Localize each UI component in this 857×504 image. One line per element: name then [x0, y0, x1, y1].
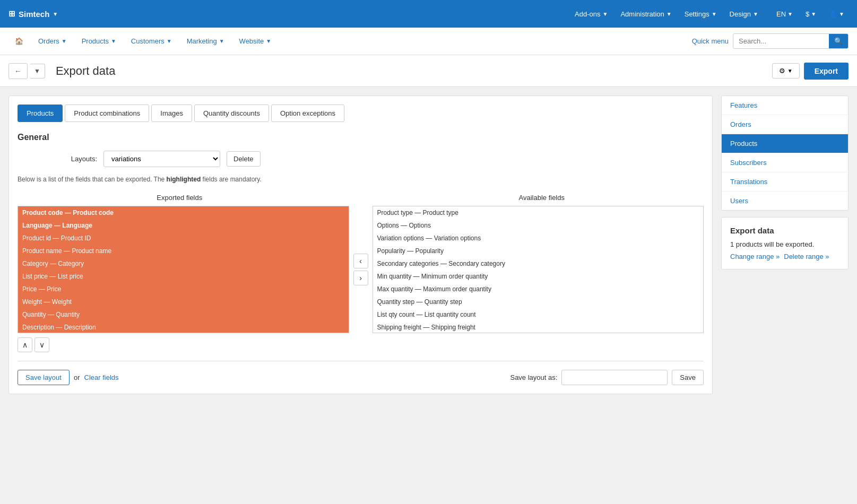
list-item[interactable]: Shipping freight — Shipping freight [373, 321, 704, 333]
marketing-nav[interactable]: Marketing ▼ [180, 34, 231, 48]
addons-menu[interactable]: Add-ons ▼ [569, 7, 613, 21]
layouts-row: Layouts: variationsdefaultfull Delete [18, 151, 704, 167]
save-row: Save layout or Clear fields Save layout … [18, 361, 704, 385]
orders-nav[interactable]: Orders ▼ [32, 34, 73, 48]
orders-caret: ▼ [62, 38, 67, 44]
export-count-text: 1 products will be exported. [730, 240, 839, 248]
general-section-title: General [18, 133, 704, 142]
list-item[interactable]: Options — Options [373, 219, 704, 232]
back-dropdown-button[interactable]: ▼ [30, 64, 45, 79]
list-item[interactable]: Product code — Product code [18, 206, 349, 219]
move-right-button[interactable]: › [353, 271, 368, 285]
fields-container: Product code — Product code Language — L… [18, 206, 704, 333]
delete-button[interactable]: Delete [227, 151, 261, 167]
sidebar-item-features[interactable]: Features [722, 96, 848, 115]
list-item[interactable]: Product name — Product name [18, 245, 349, 257]
exported-fields-label: Exported fields [18, 194, 342, 202]
tab-products[interactable]: Products [18, 105, 63, 122]
quick-menu-link[interactable]: Quick menu [692, 37, 729, 45]
products-nav[interactable]: Products ▼ [75, 34, 123, 48]
list-item[interactable]: Weight — Weight [18, 296, 349, 308]
design-caret: ▼ [753, 11, 758, 17]
sidebar-item-subscribers[interactable]: Subscribers [722, 153, 848, 172]
settings-caret: ▼ [712, 11, 717, 17]
list-item[interactable]: Max quantity — Maximum order quantity [373, 283, 704, 296]
tab-images[interactable]: Images [151, 105, 192, 122]
list-item[interactable]: Quantity step — Quantity step [373, 296, 704, 308]
list-item[interactable]: Price — Price [18, 283, 349, 296]
search-box: 🔍 [733, 33, 849, 49]
page-header-left: ← ▼ Export data [8, 63, 115, 79]
back-button[interactable]: ← [8, 63, 28, 79]
brand[interactable]: ⊞ Simtech ▼ [8, 9, 58, 19]
products-caret: ▼ [111, 38, 116, 44]
administration-menu[interactable]: Administration ▼ [615, 7, 677, 21]
save-layout-as-input[interactable] [561, 370, 668, 385]
available-fields-list[interactable]: Product type — Product type Options — Op… [373, 206, 704, 333]
change-range-link[interactable]: Change range » [730, 253, 780, 260]
second-nav-bar: 🏠 Orders ▼ Products ▼ Customers ▼ Market… [0, 28, 857, 55]
main-content: Products Product combinations Images Qua… [0, 87, 857, 403]
sidebar-item-users[interactable]: Users [722, 192, 848, 210]
move-down-button[interactable]: ∨ [34, 337, 49, 352]
info-text: Below is a list of the fields that can b… [18, 176, 704, 183]
gear-button[interactable]: ⚙ ▼ [772, 63, 800, 79]
move-left-button[interactable]: ‹ [353, 254, 368, 268]
page-title: Export data [56, 64, 116, 78]
list-item[interactable]: Quantity — Quantity [18, 308, 349, 321]
list-item[interactable]: Popularity — Popularity [373, 245, 704, 257]
layouts-label: Layouts: [60, 155, 97, 163]
grid-icon: ⊞ [8, 9, 15, 19]
list-item[interactable]: List price — List price [18, 270, 349, 283]
tab-quantity-discounts[interactable]: Quantity discounts [194, 105, 269, 122]
list-item[interactable]: Product type — Product type [373, 206, 704, 219]
export-button[interactable]: Export [804, 63, 849, 80]
left-panel: Products Product combinations Images Qua… [8, 95, 713, 394]
list-item[interactable]: Description — Description [18, 321, 349, 333]
gear-icon: ⚙ [779, 67, 785, 75]
tab-option-exceptions[interactable]: Option exceptions [271, 105, 344, 122]
design-menu[interactable]: Design ▼ [724, 7, 764, 21]
tab-product-combinations[interactable]: Product combinations [65, 105, 149, 122]
save-layout-button[interactable]: Save layout [18, 370, 70, 385]
admin-caret: ▼ [666, 11, 672, 17]
page-header: ← ▼ Export data ⚙ ▼ Export [0, 55, 857, 87]
save-layout-as: Save layout as: Save [510, 370, 704, 385]
list-item[interactable]: Secondary categories — Secondary categor… [373, 257, 704, 270]
language-selector[interactable]: EN ▼ [772, 8, 797, 20]
top-bar-right: EN ▼ $ ▼ 👤 ▼ [772, 8, 849, 20]
sidebar-nav: Features Orders Products Subscribers Tra… [721, 95, 849, 211]
list-item[interactable]: Product id — Product ID [18, 232, 349, 245]
list-item[interactable]: Language — Language [18, 219, 349, 232]
clear-fields-button[interactable]: Clear fields [84, 373, 119, 381]
list-item[interactable]: Variation options — Variation options [373, 232, 704, 245]
home-link[interactable]: 🏠 [8, 34, 30, 48]
second-nav-left: 🏠 Orders ▼ Products ▼ Customers ▼ Market… [8, 34, 278, 48]
search-input[interactable] [733, 34, 829, 48]
save-button[interactable]: Save [672, 370, 704, 385]
layouts-select[interactable]: variationsdefaultfull [103, 151, 220, 167]
customers-nav[interactable]: Customers ▼ [125, 34, 178, 48]
move-up-button[interactable]: ∧ [18, 337, 32, 352]
right-sidebar: Features Orders Products Subscribers Tra… [721, 95, 849, 394]
website-caret: ▼ [266, 38, 271, 44]
list-item[interactable]: Category — Category [18, 257, 349, 270]
search-button[interactable]: 🔍 [829, 34, 848, 48]
delete-range-link[interactable]: Delete range » [784, 253, 829, 260]
sidebar-item-products[interactable]: Products [722, 134, 848, 153]
sidebar-item-orders[interactable]: Orders [722, 115, 848, 134]
list-item[interactable]: List qty count — List quantity count [373, 308, 704, 321]
settings-menu[interactable]: Settings ▼ [679, 7, 722, 21]
currency-selector[interactable]: $ ▼ [801, 8, 820, 20]
gear-caret: ▼ [787, 68, 793, 74]
sidebar-item-translations[interactable]: Translations [722, 172, 848, 192]
home-icon: 🏠 [15, 37, 23, 45]
brand-caret: ▼ [53, 11, 58, 17]
list-item[interactable]: Min quantity — Minimum order quantity [373, 270, 704, 283]
top-nav: Add-ons ▼ Administration ▼ Settings ▼ De… [569, 7, 764, 21]
exported-fields-list[interactable]: Product code — Product code Language — L… [18, 206, 349, 333]
customers-caret: ▼ [167, 38, 172, 44]
website-nav[interactable]: Website ▼ [233, 34, 278, 48]
sidebar-export-info: Export data 1 products will be exported.… [721, 217, 849, 270]
user-menu[interactable]: 👤 ▼ [825, 8, 849, 20]
